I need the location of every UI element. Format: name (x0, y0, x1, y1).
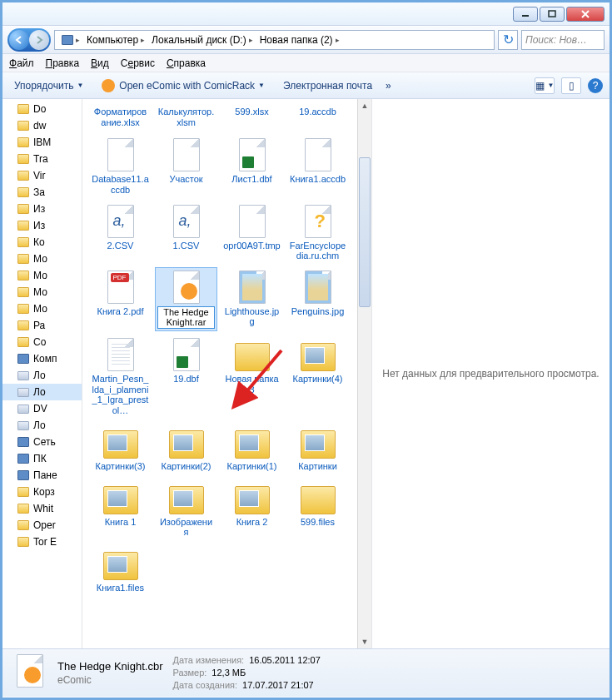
close-button[interactable] (566, 7, 605, 22)
refresh-button[interactable]: ↻ (498, 30, 518, 50)
preview-pane-button[interactable]: ▯ (561, 77, 581, 94)
sidebar-item[interactable]: Ло (2, 417, 82, 434)
file-item[interactable]: 2.CSV (89, 201, 152, 264)
sidebar-item[interactable]: Корз (2, 484, 82, 500)
folder-icon (17, 137, 29, 147)
sidebar-item[interactable]: Мо (2, 300, 82, 317)
breadcrumb-item[interactable]: Локальный диск (D:)▸ (148, 31, 256, 49)
folder-icon (17, 204, 29, 214)
breadcrumb-item[interactable]: Новая папка (2)▸ (256, 31, 343, 49)
sidebar-item[interactable]: Tor E (2, 534, 82, 550)
comp-icon (17, 354, 29, 364)
file-item[interactable]: The Hedge Knight.rar (155, 267, 217, 331)
sidebar-item[interactable]: DV (2, 400, 82, 417)
menu-file[interactable]: Файл (9, 57, 34, 69)
file-item[interactable]: 599.files (286, 478, 349, 540)
sidebar-item[interactable]: Ра (2, 317, 82, 334)
file-item[interactable]: opr00A9T.tmp (221, 201, 283, 264)
file-item[interactable]: Книга 2 (221, 478, 283, 540)
file-label[interactable]: The Hedge Knight.rar (157, 306, 215, 329)
sidebar-item[interactable]: Со (2, 334, 82, 350)
navbar: ▸ Компьютер▸ Локальный диск (D:)▸ Новая … (2, 26, 610, 54)
folder-icon (17, 104, 29, 114)
file-item[interactable]: Участок (155, 135, 217, 197)
file-item[interactable]: Lighthouse.jpg (221, 267, 283, 331)
file-item[interactable]: Новая папка 3 (221, 335, 283, 419)
minimize-button[interactable] (513, 7, 538, 22)
folder-icon (17, 504, 29, 514)
sidebar-item[interactable]: Из (2, 201, 82, 217)
comp-icon (17, 470, 29, 480)
folder-icon (17, 320, 29, 330)
sidebar-item[interactable]: dw (2, 117, 82, 134)
breadcrumb-item[interactable]: Компьютер▸ (83, 31, 148, 49)
view-options-button[interactable]: ▦ ▼ (535, 77, 555, 94)
sidebar: DodwIBMTraVirЗаИзИзКоМоМоМоМоРаСоКомпЛоЛ… (2, 99, 82, 648)
file-item[interactable]: 1.CSV (155, 201, 217, 264)
sidebar-item[interactable]: Oper (2, 517, 82, 534)
sidebar-item[interactable]: Ко (2, 234, 82, 251)
file-item[interactable]: Книга 2.pdf (89, 267, 152, 331)
sidebar-item[interactable]: Do (2, 101, 82, 117)
files-scrollbar[interactable]: ▲▼ (357, 99, 371, 648)
maximize-button[interactable] (540, 7, 565, 22)
overflow-icon[interactable]: » (386, 80, 391, 92)
file-item[interactable]: Книга 1 (89, 478, 152, 540)
back-button[interactable] (9, 30, 29, 50)
file-label: Участок (169, 174, 202, 185)
sidebar-item[interactable]: Из (2, 217, 82, 234)
sidebar-item[interactable]: Сеть (2, 434, 82, 450)
file-item[interactable]: Калькулятор.xlsm (155, 102, 217, 130)
breadcrumb[interactable]: ▸ Компьютер▸ Локальный диск (D:)▸ Новая … (54, 30, 495, 50)
folder-icon (17, 171, 29, 181)
sidebar-item[interactable]: Whit (2, 500, 82, 517)
file-item[interactable]: Database11.accdb (89, 135, 152, 197)
file-label: Картинки(1) (226, 461, 276, 472)
file-item[interactable]: 599.xlsx (221, 102, 283, 130)
open-comic-button[interactable]: Open eComic with ComicRack▼ (97, 76, 270, 96)
sidebar-item[interactable]: Vir (2, 167, 82, 184)
search-input[interactable]: Поиск: Нов… (521, 30, 605, 50)
forward-button[interactable] (29, 30, 49, 50)
sidebar-item[interactable]: Мо (2, 284, 82, 300)
scrollbar-thumb[interactable] (359, 157, 371, 307)
menu-view[interactable]: Вид (91, 57, 109, 69)
txt-icon (107, 338, 134, 371)
menu-help[interactable]: Справка (167, 57, 206, 69)
help-button[interactable]: ? (588, 78, 603, 93)
files-pane[interactable]: Форматирование.xlsxКалькулятор.xlsm599.x… (82, 99, 357, 648)
sidebar-item[interactable]: Ло (2, 384, 82, 400)
csv-icon (107, 205, 134, 238)
sidebar-item[interactable]: Ло (2, 367, 82, 384)
breadcrumb-home-icon[interactable]: ▸ (58, 31, 83, 49)
menu-tools[interactable]: Сервис (121, 57, 155, 69)
file-item[interactable]: Martin_Pesn_lda_i_plameni_1_Igra_prestol… (89, 335, 152, 419)
sidebar-item[interactable]: ПК (2, 450, 82, 467)
email-button[interactable]: Электронная почта (278, 77, 377, 95)
file-item[interactable]: 19.accdb (286, 102, 349, 130)
file-item[interactable]: Картинки(1) (221, 422, 283, 474)
sidebar-item[interactable]: Tra (2, 151, 82, 167)
sidebar-item[interactable]: Мо (2, 267, 82, 284)
file-item[interactable]: Картинки(2) (155, 422, 217, 474)
file-label: 599.xlsx (235, 107, 268, 117)
file-item[interactable]: Penguins.jpg (286, 267, 349, 331)
file-item[interactable]: FarEncyclopedia.ru.chm (286, 201, 349, 264)
file-item[interactable]: Картинки (286, 422, 349, 474)
organize-button[interactable]: Упорядочить▼ (9, 77, 88, 95)
file-item[interactable]: Книга1.accdb (286, 135, 349, 197)
file-item[interactable]: Лист1.dbf (221, 135, 283, 197)
sidebar-item[interactable]: IBM (2, 134, 82, 151)
file-item[interactable]: Изображения (155, 478, 217, 540)
file-item[interactable]: 19.dbf (155, 335, 217, 419)
sidebar-item[interactable]: Комп (2, 350, 82, 367)
file-item[interactable]: Картинки(3) (89, 422, 152, 474)
sidebar-item[interactable]: За (2, 184, 82, 201)
file-item[interactable]: Книга1.files (89, 544, 152, 596)
file-item[interactable]: Форматирование.xlsx (89, 102, 152, 130)
file-item[interactable]: Картинки(4) (286, 335, 349, 419)
sidebar-item[interactable]: Пане (2, 467, 82, 484)
folder-icon (17, 337, 29, 347)
menu-edit[interactable]: Правка (46, 57, 80, 69)
sidebar-item[interactable]: Мо (2, 251, 82, 267)
